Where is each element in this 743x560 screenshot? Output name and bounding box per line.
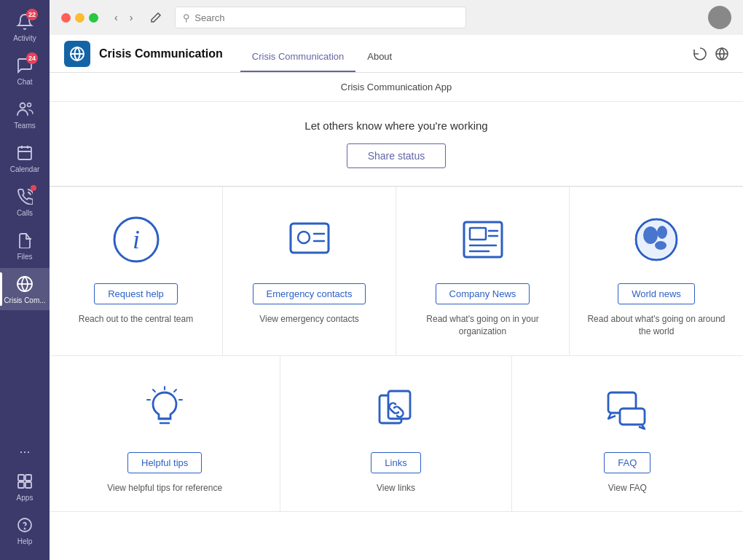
svg-point-28 [643,226,658,244]
svg-rect-6 [25,475,31,481]
emergency-contacts-button[interactable]: Emergency contacts [253,283,366,304]
search-input[interactable] [194,12,458,23]
svg-point-18 [298,232,310,243]
world-news-button[interactable]: World news [618,283,695,304]
svg-point-0 [20,103,25,109]
nav-forward-button[interactable]: › [125,9,138,26]
search-bar: ⚲ [175,7,466,28]
links-desc: View links [377,482,415,494]
app-section-title: Crisis Communication App [50,73,743,102]
svg-line-35 [153,390,155,392]
svg-rect-8 [25,482,31,488]
badge-chat: 24 [26,52,38,64]
sidebar-item-teams[interactable]: Teams [0,93,50,135]
svg-point-1 [28,103,31,107]
emergency-contacts-desc: View emergency contacts [259,313,359,326]
sidebar-item-files[interactable]: Files [0,224,50,267]
search-icon: ⚲ [183,12,190,23]
sidebar-label-crisis: Crisis Com... [4,296,45,304]
sidebar-label-apps: Apps [17,494,34,502]
svg-text:i: i [132,225,139,254]
nav-back-button[interactable]: ‹ [110,9,122,26]
company-news-icon [454,210,512,269]
sidebar-label-teams: Teams [14,122,35,130]
nav-arrows: ‹ › [110,9,137,26]
status-text: Let others know where you're working [304,119,487,132]
sidebar-item-activity[interactable]: 22 Activity [0,6,50,48]
svg-point-30 [655,241,667,250]
svg-rect-5 [18,475,24,481]
sidebar-label-chat: Chat [17,78,32,86]
helpful-tips-icon [135,379,194,438]
faq-button[interactable]: FAQ [604,452,650,473]
traffic-lights [61,13,98,23]
chat-icon: 24 [15,55,35,76]
world-news-icon [627,210,685,269]
content-area: Crisis Communication App Let others know… [50,73,743,560]
svg-line-36 [174,390,176,392]
traffic-light-yellow[interactable] [75,13,84,23]
card-helpful-tips: Helpful tips View helpful tips for refer… [50,356,280,513]
more-button[interactable]: ··· [19,444,30,460]
tab-crisis-communication[interactable]: Crisis Communication [240,35,355,72]
help-icon [15,515,35,535]
links-button[interactable]: Links [371,452,420,473]
card-faq: FAQ View FAQ [512,356,743,513]
links-icon [366,379,425,438]
sidebar-label-files: Files [17,253,32,261]
app-icon [64,41,90,67]
request-help-desc: Reach out to the central team [79,313,193,326]
activity-icon: 22 [15,12,35,32]
sidebar-item-chat[interactable]: 24 Chat [0,50,50,92]
header-actions [693,47,728,60]
apps-icon [15,471,35,492]
files-icon [15,230,35,251]
traffic-light-green[interactable] [89,13,98,23]
world-news-desc: Read about what's going on around the wo… [584,313,728,338]
helpful-tips-desc: View helpful tips for reference [107,482,222,494]
company-news-desc: Read what's going on in your organizatio… [411,313,554,338]
cards-grid-row1: i Request help Reach out to the central … [50,186,743,356]
svg-point-29 [657,226,667,239]
app-title: Crisis Communication [99,47,223,60]
faq-desc: View FAQ [608,482,647,494]
title-bar: ‹ › ⚲ [50,0,743,35]
card-world-news: World news Read about what's going on ar… [570,187,743,356]
sidebar-item-crisis[interactable]: Crisis Com... [0,268,50,310]
user-avatar [708,6,731,29]
card-emergency-contacts: Emergency contacts View emergency contac… [223,187,396,356]
card-links: Links View links [280,356,511,513]
cards-grid-row2: Helpful tips View helpful tips for refer… [50,356,743,513]
svg-rect-22 [470,228,486,240]
cards-section: i Request help Reach out to the central … [50,186,743,560]
tab-about[interactable]: About [355,35,404,72]
crisis-icon [15,274,35,294]
card-company-news: Company News Read what's going on in you… [396,187,570,356]
emergency-contacts-icon [280,210,339,269]
svg-rect-2 [18,147,31,159]
svg-rect-7 [18,482,24,488]
request-help-icon: i [107,210,165,269]
traffic-light-red[interactable] [61,13,71,23]
badge-activity: 22 [26,9,38,20]
svg-rect-42 [620,409,645,425]
faq-icon [598,379,656,438]
sidebar-label-help: Help [17,537,33,545]
sidebar-item-calendar[interactable]: Calendar [0,137,50,179]
svg-rect-40 [388,391,410,419]
refresh-button[interactable] [693,47,707,60]
status-section: Let others know where you're working Sha… [50,102,743,186]
helpful-tips-button[interactable]: Helpful tips [127,452,202,473]
share-status-button[interactable]: Share status [347,143,447,168]
sidebar: 22 Activity 24 Chat Teams [0,0,50,560]
globe-button[interactable] [715,47,728,60]
sidebar-item-calls[interactable]: Calls [0,181,50,223]
sidebar-item-help[interactable]: Help [0,509,50,551]
company-news-button[interactable]: Company News [436,283,530,304]
main-area: ‹ › ⚲ Crisis Communication Crisis Commun… [50,0,743,560]
teams-icon [15,99,35,119]
app-tabs: Crisis Communication About [240,35,404,72]
request-help-button[interactable]: Request help [94,283,178,304]
compose-button[interactable] [146,9,166,26]
sidebar-item-apps[interactable]: Apps [0,465,50,508]
